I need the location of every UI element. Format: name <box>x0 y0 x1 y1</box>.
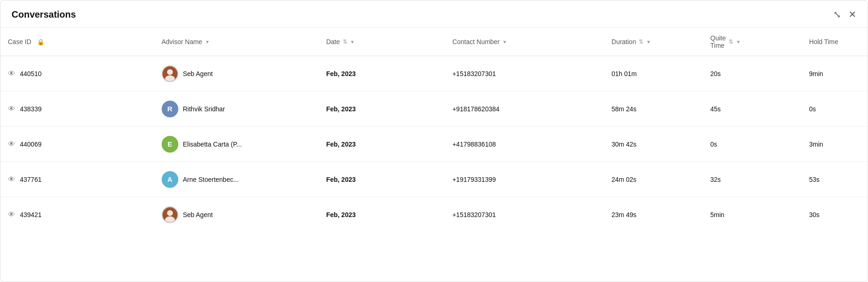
case-id-value: 437761 <box>20 176 42 183</box>
quite-sort-icon[interactable]: ▼ <box>736 39 741 45</box>
duration-cell: 24m 02s <box>604 162 703 197</box>
advisor-cell: Seb Agent <box>154 197 319 232</box>
table-header-row: Case ID 🔒 Advisor Name ▼ Date ⇅ ▼ <box>0 28 868 56</box>
date-cell: Feb, 2023 <box>319 162 445 197</box>
col-header-date: Date ⇅ ▼ <box>319 28 445 56</box>
advisor-name-value: Seb Agent <box>183 70 213 77</box>
hold-time-value: 53s <box>809 176 820 183</box>
col-header-quite-time: QuiteTime ⇅ ▼ <box>703 28 802 56</box>
advisor-cell: Seb Agent <box>154 56 319 91</box>
quite-time-value: 45s <box>711 105 721 113</box>
case-id-cell: 👁 438339 <box>0 91 154 127</box>
date-filter-icon[interactable]: ⇅ <box>343 38 347 45</box>
table-row: 👁 440510 Seb Agent Feb, 2023 <box>0 56 868 91</box>
contact-number-value: +15183207301 <box>453 211 496 218</box>
hold-time-cell: 0s <box>802 91 868 127</box>
advisor-cell: E Elisabetta Carta (P... <box>154 127 319 162</box>
quite-time-cell: 20s <box>703 56 802 91</box>
case-id-cell: 👁 439421 <box>0 197 154 232</box>
case-id-cell: 👁 440069 <box>0 127 154 162</box>
advisor-name-value: Elisabetta Carta (P... <box>183 141 242 148</box>
date-value: Feb, 2023 <box>326 176 356 183</box>
eye-icon[interactable]: 👁 <box>8 175 15 184</box>
close-icon[interactable]: ✕ <box>849 9 856 20</box>
table-row: 👁 438339 R Rithvik Sridhar Feb, 2023 +91… <box>0 91 868 127</box>
contact-number-value: +19179331399 <box>453 176 496 183</box>
avatar: A <box>162 171 178 188</box>
svg-point-5 <box>165 216 175 223</box>
advisor-sort-icon[interactable]: ▼ <box>205 39 210 45</box>
quite-filter-icon[interactable]: ⇅ <box>729 38 733 45</box>
advisor-name-value: Seb Agent <box>183 211 213 218</box>
advisor-cell: R Rithvik Sridhar <box>154 91 319 127</box>
quite-time-cell: 0s <box>703 127 802 162</box>
advisor-name-value: Rithvik Sridhar <box>183 105 225 113</box>
duration-cell: 23m 49s <box>604 197 703 232</box>
hold-time-value: 9min <box>809 70 823 77</box>
case-id-value: 440510 <box>20 70 42 77</box>
hold-time-cell: 53s <box>802 162 868 197</box>
eye-icon[interactable]: 👁 <box>8 105 15 113</box>
avatar: E <box>162 136 178 153</box>
conversations-window: Conversations ⤡ ✕ Case ID 🔒 <box>0 0 868 282</box>
date-cell: Feb, 2023 <box>319 91 445 127</box>
contact-sort-icon[interactable]: ▼ <box>503 39 507 45</box>
avatar <box>162 65 178 82</box>
duration-sort-icon[interactable]: ▼ <box>646 39 651 45</box>
advisor-name-label: Advisor Name <box>162 38 202 45</box>
col-header-contact-number: Contact Number ▼ <box>445 28 604 56</box>
col-header-advisor-name: Advisor Name ▼ <box>154 28 319 56</box>
date-value: Feb, 2023 <box>326 105 356 113</box>
window-title: Conversations <box>12 9 76 20</box>
case-id-label: Case ID <box>8 38 31 45</box>
duration-cell: 30m 42s <box>604 127 703 162</box>
eye-icon[interactable]: 👁 <box>8 70 15 78</box>
hold-time-cell: 30s <box>802 197 868 232</box>
hold-time-cell: 9min <box>802 56 868 91</box>
hold-time-value: 0s <box>809 105 816 113</box>
date-cell: Feb, 2023 <box>319 56 445 91</box>
conversations-table: Case ID 🔒 Advisor Name ▼ Date ⇅ ▼ <box>0 28 868 232</box>
col-header-duration: Duration ⇅ ▼ <box>604 28 703 56</box>
eye-icon[interactable]: 👁 <box>8 211 15 219</box>
title-bar: Conversations ⤡ ✕ <box>0 0 868 28</box>
quite-time-cell: 32s <box>703 162 802 197</box>
date-cell: Feb, 2023 <box>319 127 445 162</box>
date-value: Feb, 2023 <box>326 211 356 218</box>
hold-time-cell: 3min <box>802 127 868 162</box>
table-row: 👁 437761 A Arne Stoertenbec... Feb, 2023… <box>0 162 868 197</box>
duration-value: 58m 24s <box>611 105 636 113</box>
case-id-value: 438339 <box>20 105 42 113</box>
avatar <box>162 206 178 223</box>
case-id-cell: 👁 440510 <box>0 56 154 91</box>
duration-cell: 01h 01m <box>604 56 703 91</box>
date-value: Feb, 2023 <box>326 141 356 148</box>
duration-cell: 58m 24s <box>604 91 703 127</box>
contact-number-value: +918178620384 <box>453 105 500 113</box>
hold-time-value: 3min <box>809 141 823 148</box>
quite-time-label: QuiteTime <box>711 34 726 49</box>
contact-number-cell: +19179331399 <box>445 162 604 197</box>
date-value: Feb, 2023 <box>326 70 356 77</box>
window-actions: ⤡ ✕ <box>833 9 856 20</box>
lock-icon: 🔒 <box>37 38 44 45</box>
case-id-value: 439421 <box>20 211 42 218</box>
eye-icon[interactable]: 👁 <box>8 140 15 148</box>
quite-time-value: 0s <box>711 141 717 148</box>
duration-label: Duration <box>611 38 636 45</box>
svg-point-4 <box>167 210 173 216</box>
date-label: Date <box>326 38 340 45</box>
duration-value: 30m 42s <box>611 141 636 148</box>
contact-number-label: Contact Number <box>453 38 500 45</box>
col-header-case-id: Case ID 🔒 <box>0 28 154 56</box>
date-sort-icon[interactable]: ▼ <box>350 39 355 45</box>
duration-filter-icon[interactable]: ⇅ <box>639 38 643 45</box>
svg-point-1 <box>167 69 173 75</box>
date-cell: Feb, 2023 <box>319 197 445 232</box>
quite-time-cell: 45s <box>703 91 802 127</box>
case-id-cell: 👁 437761 <box>0 162 154 197</box>
duration-value: 24m 02s <box>611 176 636 183</box>
col-header-hold-time: Hold Time <box>802 28 868 56</box>
advisor-cell: A Arne Stoertenbec... <box>154 162 319 197</box>
minimize-icon[interactable]: ⤡ <box>833 9 841 20</box>
